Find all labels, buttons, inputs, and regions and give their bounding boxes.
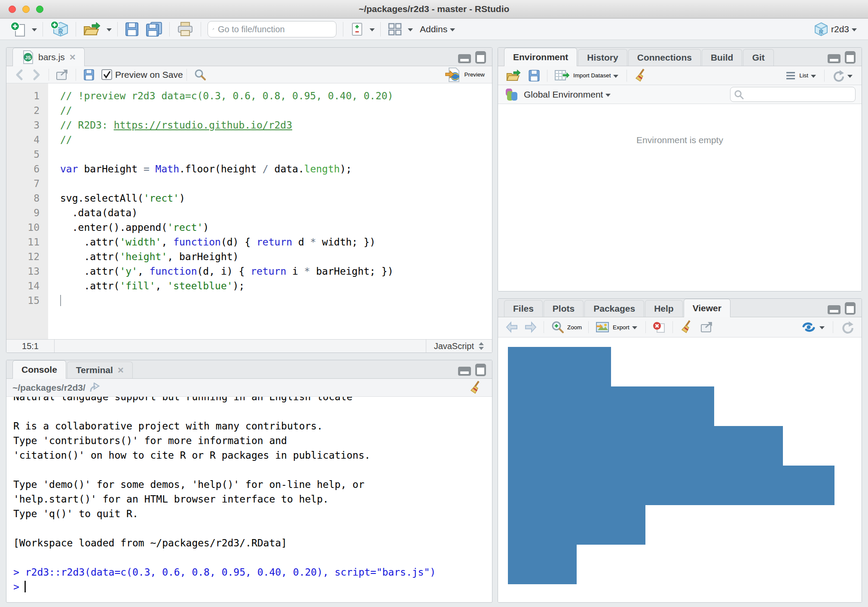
svg-text:R: R bbox=[819, 28, 824, 35]
open-recent-dropdown[interactable] bbox=[107, 28, 112, 31]
console-output[interactable]: Natural language support but running in … bbox=[6, 397, 492, 602]
preview-on-save-checkbox[interactable] bbox=[101, 69, 113, 80]
cursor-position[interactable]: 15:1 bbox=[6, 340, 55, 353]
minimize-window-button[interactable] bbox=[22, 6, 30, 13]
new-file-dropdown[interactable] bbox=[32, 28, 37, 31]
environment-search-input[interactable] bbox=[746, 90, 852, 99]
save-all-button[interactable] bbox=[142, 21, 165, 37]
zoom-window-button[interactable] bbox=[36, 6, 43, 13]
bar bbox=[508, 347, 611, 386]
goto-file-input[interactable] bbox=[218, 25, 332, 34]
close-terminal-icon[interactable]: × bbox=[118, 365, 124, 375]
project-dropdown bbox=[852, 28, 857, 31]
statusbar-fill bbox=[55, 340, 426, 353]
tab-help[interactable]: Help bbox=[645, 300, 683, 317]
tab-console[interactable]: Console bbox=[12, 360, 66, 379]
updown-arrows-icon bbox=[478, 341, 484, 351]
preview-button[interactable]: Preview bbox=[442, 67, 488, 83]
tab-git[interactable]: Git bbox=[743, 49, 773, 66]
environment-tabstrip: Environment History Connections Build Gi… bbox=[498, 48, 862, 66]
popout-button[interactable] bbox=[52, 68, 72, 81]
language-selector[interactable]: JavaScript bbox=[426, 340, 492, 353]
scope-dropdown[interactable] bbox=[605, 94, 611, 97]
tab-environment[interactable]: Environment bbox=[504, 48, 577, 66]
code-line: .attr('height', barHeight) bbox=[60, 249, 492, 264]
code-line: // R2D3: https://rstudio.github.io/r2d3 bbox=[60, 118, 492, 132]
environment-search bbox=[730, 87, 856, 102]
clear-icon bbox=[652, 320, 666, 334]
minimize-pane-icon[interactable] bbox=[458, 367, 471, 376]
broom-icon bbox=[633, 68, 648, 83]
clear-environment-button[interactable] bbox=[630, 68, 651, 83]
sync-button[interactable] bbox=[798, 321, 829, 334]
clear-viewer-button[interactable] bbox=[649, 320, 669, 334]
close-tab-icon[interactable]: × bbox=[70, 52, 76, 62]
minimize-pane-icon[interactable] bbox=[458, 54, 471, 63]
toolbar-separator bbox=[824, 70, 825, 82]
clear-all-viewer-button[interactable] bbox=[676, 320, 697, 334]
pane-layout-button[interactable] bbox=[385, 22, 405, 37]
tab-plots[interactable]: Plots bbox=[544, 300, 584, 317]
project-menu-button[interactable]: R r2d3 bbox=[811, 21, 861, 37]
version-control-button[interactable] bbox=[347, 21, 367, 37]
back-button[interactable] bbox=[11, 69, 28, 81]
code-lines: // !preview r2d3 data=c(0.3, 0.6, 0.8, 0… bbox=[48, 83, 492, 339]
zoom-button[interactable]: Zoom bbox=[547, 320, 585, 334]
viewer-content[interactable] bbox=[498, 337, 862, 602]
viewer-forward-button[interactable] bbox=[521, 321, 540, 333]
tab-files[interactable]: Files bbox=[504, 300, 543, 317]
tab-build[interactable]: Build bbox=[702, 49, 743, 66]
open-file-button[interactable] bbox=[80, 21, 104, 38]
clear-console-button[interactable] bbox=[465, 380, 486, 395]
save-workspace-button[interactable] bbox=[525, 69, 544, 83]
save-file-button[interactable] bbox=[79, 68, 98, 81]
new-project-button[interactable]: R bbox=[47, 21, 72, 38]
viewer-popout-button[interactable] bbox=[697, 321, 717, 334]
maximize-pane-icon[interactable] bbox=[475, 364, 486, 376]
tab-connections[interactable]: Connections bbox=[628, 49, 701, 66]
goto-directory-icon[interactable] bbox=[89, 383, 100, 393]
close-window-button[interactable] bbox=[9, 6, 16, 13]
version-control-dropdown[interactable] bbox=[370, 28, 375, 31]
code-line: svg.selectAll('rect') bbox=[60, 191, 492, 205]
terminal-tab-label: Terminal bbox=[76, 365, 113, 375]
save-button[interactable] bbox=[122, 21, 142, 37]
code-line: .attr('fill', 'steelblue'); bbox=[60, 279, 492, 293]
refresh-environment-button[interactable] bbox=[828, 69, 857, 83]
scope-label[interactable]: Global Environment bbox=[524, 89, 603, 100]
load-workspace-button[interactable] bbox=[502, 68, 525, 83]
list-view-button[interactable]: List bbox=[782, 71, 821, 81]
environment-toolbar: Import Dataset List bbox=[498, 66, 862, 85]
toolbar-separator bbox=[43, 22, 43, 37]
editor-toolbar: Preview on Save Preview bbox=[6, 66, 492, 83]
tab-history[interactable]: History bbox=[578, 49, 627, 66]
import-dataset-button[interactable]: Import Dataset bbox=[551, 69, 623, 83]
code-editor[interactable]: 123456789101112131415 // !preview r2d3 d… bbox=[6, 83, 492, 339]
import-dataset-dropdown bbox=[613, 75, 618, 78]
goto-arrow-icon bbox=[212, 24, 214, 35]
editor-tab-bars-js[interactable]: JS bars.js × bbox=[12, 48, 85, 66]
export-button[interactable]: Export bbox=[592, 321, 642, 334]
maximize-pane-icon[interactable] bbox=[475, 51, 486, 64]
minimize-pane-icon[interactable] bbox=[828, 54, 840, 63]
pane-layout-dropdown[interactable] bbox=[408, 28, 413, 31]
tab-viewer[interactable]: Viewer bbox=[684, 299, 730, 317]
addins-label: Addins bbox=[420, 24, 447, 34]
print-button[interactable] bbox=[174, 21, 197, 37]
code-line: .attr('width', function(d) { return d * … bbox=[60, 235, 492, 249]
viewer-back-button[interactable] bbox=[502, 321, 521, 333]
refresh-viewer-button[interactable] bbox=[837, 320, 857, 334]
search-button[interactable] bbox=[190, 68, 209, 81]
tab-packages[interactable]: Packages bbox=[584, 300, 644, 317]
minimize-pane-icon[interactable] bbox=[828, 305, 840, 314]
js-file-icon: JS bbox=[21, 50, 34, 64]
addins-dropdown bbox=[450, 28, 455, 31]
forward-button[interactable] bbox=[28, 69, 45, 81]
addins-button[interactable]: Addins bbox=[415, 24, 459, 34]
new-file-button[interactable] bbox=[7, 21, 29, 38]
maximize-pane-icon[interactable] bbox=[845, 302, 856, 315]
console-tabstrip: Console Terminal × bbox=[6, 360, 492, 379]
maximize-pane-icon[interactable] bbox=[845, 51, 856, 64]
tab-terminal[interactable]: Terminal × bbox=[67, 362, 133, 378]
export-label: Export bbox=[613, 324, 630, 331]
